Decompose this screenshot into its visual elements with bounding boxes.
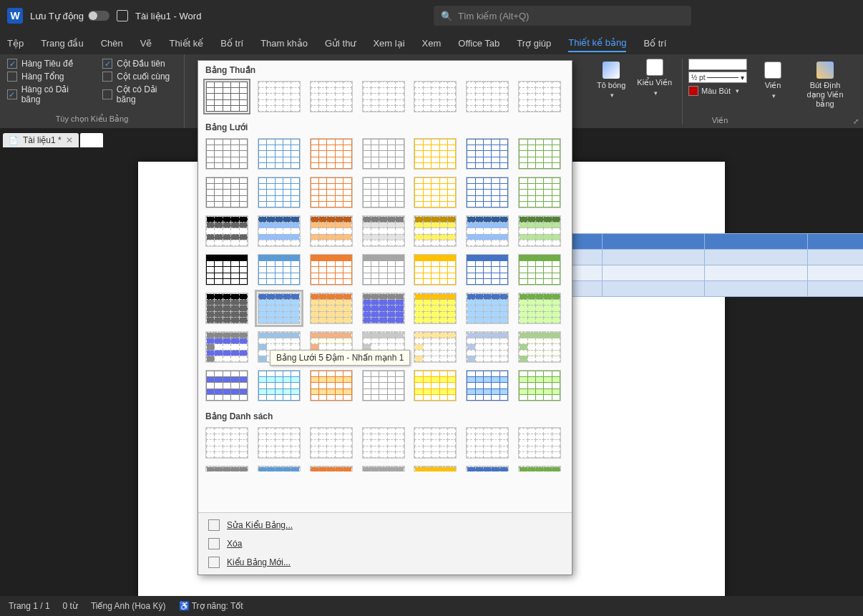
table-style-thumb[interactable] xyxy=(362,81,405,112)
ribbon-tab[interactable]: Xem lại xyxy=(373,35,404,52)
table-style-thumb[interactable] xyxy=(310,370,353,401)
table-style-thumb[interactable] xyxy=(205,138,248,170)
table-style-thumb[interactable] xyxy=(310,177,353,208)
borders-button[interactable]: Viền▾ xyxy=(753,59,793,102)
table-style-thumb[interactable] xyxy=(466,81,509,112)
table-style-thumb[interactable] xyxy=(258,370,301,401)
ribbon-tab[interactable]: Bố trí xyxy=(220,35,243,52)
status-language[interactable]: Tiếng Anh (Hoa Kỳ) xyxy=(91,601,166,611)
ribbon-tab[interactable]: Thiết kế bảng xyxy=(568,34,626,52)
option-first-column[interactable]: ✓Cột Đầu tiên xyxy=(102,59,177,69)
table-style-thumb[interactable] xyxy=(518,81,561,112)
table-style-thumb[interactable] xyxy=(414,138,457,170)
table-style-thumb[interactable] xyxy=(362,427,405,459)
table-style-thumb[interactable] xyxy=(258,293,301,324)
gallery-scroll[interactable]: Bảng ThuầnBảng LướiBảng Danh sách xyxy=(198,61,572,512)
table-style-thumb[interactable] xyxy=(414,331,457,363)
table-style-thumb[interactable] xyxy=(258,215,301,247)
table-style-thumb[interactable] xyxy=(518,138,561,170)
table-style-thumb[interactable] xyxy=(362,177,405,208)
border-weight[interactable]: ½ pt▾ xyxy=(688,72,747,83)
table-style-thumb[interactable] xyxy=(205,254,248,285)
shading-button[interactable]: Tô bóng▾ xyxy=(591,59,631,102)
table-style-thumb[interactable] xyxy=(310,427,353,459)
toggle-switch[interactable] xyxy=(88,11,109,21)
table-style-thumb[interactable] xyxy=(466,293,509,324)
ribbon-tab[interactable]: Vẽ xyxy=(140,35,152,52)
table-style-thumb[interactable] xyxy=(466,466,509,471)
table-style-thumb[interactable] xyxy=(362,215,405,247)
ribbon-tab[interactable]: Tham khảo xyxy=(260,35,308,52)
ribbon-tab[interactable]: Trang đầu xyxy=(41,35,84,52)
table-style-thumb[interactable] xyxy=(205,427,248,459)
search-box[interactable]: 🔍 Tìm kiếm (Alt+Q) xyxy=(434,6,691,26)
ribbon-tab[interactable]: Gửi thư xyxy=(325,35,356,52)
table-style-thumb[interactable] xyxy=(518,254,561,285)
table-style-thumb[interactable] xyxy=(205,370,248,401)
border-line-style[interactable] xyxy=(688,59,747,70)
save-icon[interactable] xyxy=(117,10,128,21)
table-style-thumb[interactable] xyxy=(518,177,561,208)
border-styles-button[interactable]: Kiểu Viền▾ xyxy=(633,59,676,97)
document-tab[interactable]: 📄 Tài liệu1 * ✕ xyxy=(3,133,79,147)
option-last-column[interactable]: Cột cuối cùng xyxy=(102,72,177,82)
status-accessibility[interactable]: ♿ Trợ năng: Tốt xyxy=(179,601,243,611)
table-style-thumb[interactable] xyxy=(310,293,353,324)
ribbon-tab[interactable]: Trợ giúp xyxy=(517,35,551,52)
table-style-thumb[interactable] xyxy=(258,427,301,459)
table-style-thumb[interactable] xyxy=(362,254,405,285)
table-style-thumb[interactable] xyxy=(310,138,353,170)
table-style-thumb[interactable] xyxy=(205,215,248,247)
table-style-thumb[interactable] xyxy=(310,215,353,247)
table-style-thumb[interactable] xyxy=(258,254,301,285)
table-style-thumb[interactable] xyxy=(414,466,457,471)
table-style-thumb[interactable] xyxy=(518,466,561,471)
table-style-thumb[interactable] xyxy=(362,466,405,471)
table-style-thumb[interactable] xyxy=(362,370,405,401)
table-style-thumb[interactable] xyxy=(310,254,353,285)
table-style-thumb[interactable] xyxy=(414,81,457,112)
clear-table-style[interactable]: Xóa xyxy=(198,534,572,553)
option-total-row[interactable]: Hàng Tổng xyxy=(7,72,88,82)
table-style-thumb[interactable] xyxy=(518,215,561,247)
autosave-toggle[interactable]: Lưu Tự động xyxy=(30,11,109,21)
ribbon-tab[interactable]: Thiết kế xyxy=(169,35,203,52)
dialog-launcher-icon[interactable]: ⤢ xyxy=(853,117,859,125)
table-style-thumb[interactable] xyxy=(466,254,509,285)
table-style-thumb[interactable] xyxy=(362,138,405,170)
table-style-thumb[interactable] xyxy=(518,370,561,401)
ribbon-tab[interactable]: Xem xyxy=(422,35,442,52)
table-style-thumb[interactable] xyxy=(466,331,509,363)
table-style-thumb[interactable] xyxy=(414,177,457,208)
status-word-count[interactable]: 0 từ xyxy=(63,601,78,611)
table-style-thumb[interactable] xyxy=(466,215,509,247)
table-style-thumb[interactable] xyxy=(310,81,353,112)
close-icon[interactable]: ✕ xyxy=(66,135,73,145)
table-style-thumb[interactable] xyxy=(518,293,561,324)
table-style-thumb[interactable] xyxy=(310,466,353,471)
option-banded-columns[interactable]: Cột có Dải băng xyxy=(102,84,177,104)
table-style-thumb[interactable] xyxy=(258,138,301,170)
new-doc-tab[interactable] xyxy=(80,133,103,147)
table-style-thumb[interactable] xyxy=(205,177,248,208)
ribbon-tab[interactable]: Office Tab xyxy=(458,35,499,52)
table-style-thumb[interactable] xyxy=(362,293,405,324)
table-style-thumb[interactable] xyxy=(466,370,509,401)
table-style-thumb[interactable] xyxy=(518,427,561,459)
table-style-thumb[interactable] xyxy=(205,331,248,363)
table-style-thumb[interactable] xyxy=(414,293,457,324)
table-style-thumb[interactable] xyxy=(258,81,301,112)
table-style-thumb[interactable] xyxy=(518,331,561,363)
option-header-row[interactable]: ✓Hàng Tiêu đề xyxy=(7,59,88,69)
table-style-thumb[interactable] xyxy=(205,81,248,112)
table-style-thumb[interactable] xyxy=(258,466,301,471)
table-style-thumb[interactable] xyxy=(205,466,248,471)
option-banded-rows[interactable]: ✓Hàng có Dải băng xyxy=(7,84,88,104)
status-page[interactable]: Trang 1 / 1 xyxy=(9,601,50,611)
table-style-thumb[interactable] xyxy=(414,254,457,285)
table-style-thumb[interactable] xyxy=(414,215,457,247)
pen-color-button[interactable]: Màu Bút▾ xyxy=(688,86,747,96)
modify-table-style[interactable]: Sửa Kiểu Bảng... xyxy=(198,516,572,534)
ribbon-tab[interactable]: Tệp xyxy=(7,35,24,52)
table-style-thumb[interactable] xyxy=(414,370,457,401)
